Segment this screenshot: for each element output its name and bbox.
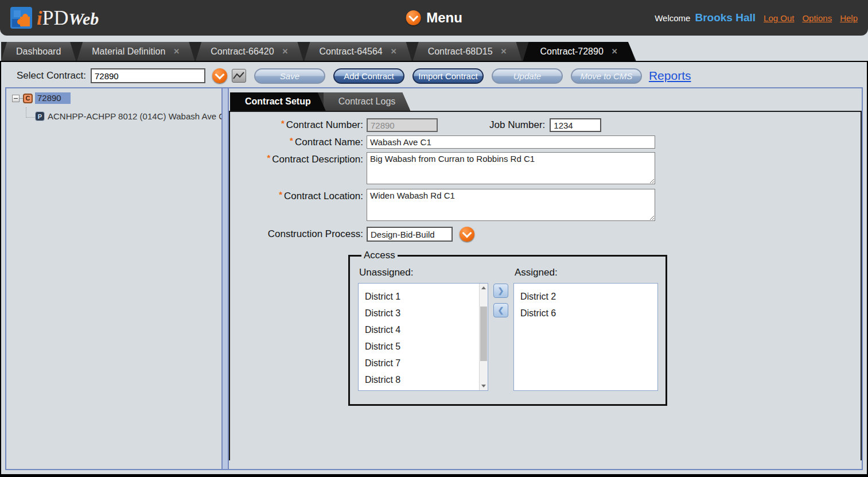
construction-process-dropdown-button[interactable] xyxy=(460,227,474,242)
contract-location-field[interactable]: Widen Wabash Rd C1 xyxy=(367,189,655,221)
access-legend: Access xyxy=(361,250,398,261)
contract-location-label: *Contract Location: xyxy=(230,189,367,202)
close-icon[interactable]: ✕ xyxy=(173,47,180,56)
unassigned-label: Unassigned: xyxy=(359,267,488,278)
move-right-button[interactable]: ❯ xyxy=(493,284,508,298)
select-contract-label: Select Contract: xyxy=(17,70,86,82)
assigned-label: Assigned: xyxy=(515,267,658,278)
tab-label: Dashboard xyxy=(16,46,61,57)
logo-part-web: Web xyxy=(68,9,99,28)
contract-name-label: *Contract Name: xyxy=(230,137,367,148)
tab-contract-logs[interactable]: Contract Logs xyxy=(324,92,411,111)
list-item[interactable]: District 3 xyxy=(359,305,488,321)
contract-node-icon: C xyxy=(23,94,33,103)
list-item[interactable]: District 7 xyxy=(359,355,488,371)
reports-link[interactable]: Reports xyxy=(649,69,691,83)
top-header: iPDWeb Menu Welcome Brooks Hall Log Out … xyxy=(0,0,868,36)
menu-button[interactable]: Menu xyxy=(406,10,462,26)
construction-process-label: Construction Process: xyxy=(230,228,367,240)
tree-node-contract[interactable]: C 72890 xyxy=(12,92,221,104)
contract-number-field xyxy=(367,118,438,132)
construction-process-row: Construction Process: xyxy=(230,227,861,242)
job-number-label: Job Number: xyxy=(489,119,545,131)
options-link[interactable]: Options xyxy=(802,13,832,23)
list-item[interactable]: District 4 xyxy=(359,321,488,338)
add-contract-button[interactable]: Add Contract xyxy=(333,68,404,84)
transfer-buttons: ❯ ❮ xyxy=(493,266,508,391)
tab-contract-64564[interactable]: Contract-64564 ✕ xyxy=(304,42,411,61)
panel-splitter[interactable] xyxy=(221,88,229,469)
assigned-column: Assigned: District 2 District 6 xyxy=(513,266,658,391)
user-name: Brooks Hall xyxy=(695,11,756,24)
update-button[interactable]: Update xyxy=(492,68,563,84)
main-container: Select Contract: Save Add Contract Impor… xyxy=(0,61,868,477)
access-fieldset: Access Unassigned: District 1 District 3… xyxy=(348,250,667,406)
required-icon: * xyxy=(267,153,270,162)
tab-label: Material Definition xyxy=(92,46,165,57)
tab-dashboard[interactable]: Dashboard xyxy=(1,42,76,61)
scroll-up-arrow-icon[interactable] xyxy=(480,284,488,292)
required-icon: * xyxy=(279,189,282,199)
list-item[interactable]: District 2 xyxy=(514,288,657,305)
close-icon[interactable]: ✕ xyxy=(282,47,289,56)
welcome-label: Welcome xyxy=(655,13,690,23)
save-button[interactable]: Save xyxy=(254,68,325,84)
required-icon: * xyxy=(290,135,293,145)
construction-process-field[interactable] xyxy=(367,227,453,242)
app-logo: iPDWeb xyxy=(10,6,99,30)
tree-node-label[interactable]: ACNHPP-ACHPP 8012 (014C) Wabash Ave C2 xyxy=(48,111,229,121)
puzzle-logo-icon xyxy=(10,7,32,29)
contract-number-label: *Contract Number: xyxy=(230,119,367,131)
user-area: Welcome Brooks Hall Log Out Options Help xyxy=(655,11,858,24)
main-tab-strip-inner: Dashboard Material Definition ✕ Contract… xyxy=(1,42,636,61)
assigned-listbox[interactable]: District 2 District 6 xyxy=(513,283,658,391)
tree-node-project[interactable]: P ACNHPP-ACHPP 8012 (014C) Wabash Ave C2 xyxy=(26,111,221,121)
list-item[interactable]: District 1 xyxy=(359,288,488,305)
list-item[interactable]: District 6 xyxy=(514,305,657,321)
close-icon[interactable]: ✕ xyxy=(501,47,507,56)
logo-part-pd: PD xyxy=(42,6,68,29)
contract-tree-panel: C 72890 P ACNHPP-ACHPP 8012 (014C) Wabas… xyxy=(6,88,221,469)
contract-setup-form: *Contract Number: Job Number: *Contract … xyxy=(229,111,862,460)
log-out-link[interactable]: Log Out xyxy=(764,13,794,23)
tab-label: Contract-72890 xyxy=(540,46,604,57)
access-columns: Unassigned: District 1 District 3 Distri… xyxy=(358,266,665,391)
tree-node-label[interactable]: 72890 xyxy=(35,92,71,104)
tab-contract-setup[interactable]: Contract Setup xyxy=(230,92,326,111)
unassigned-column: Unassigned: District 1 District 3 Distri… xyxy=(358,266,488,391)
job-number-field[interactable] xyxy=(550,118,601,132)
menu-label: Menu xyxy=(426,10,462,26)
contract-location-row: *Contract Location: Widen Wabash Rd C1 xyxy=(230,189,861,221)
chart-icon[interactable] xyxy=(232,69,246,83)
close-icon[interactable]: ✕ xyxy=(612,47,618,56)
select-contract-input[interactable] xyxy=(91,68,205,83)
unassigned-listbox[interactable]: District 1 District 3 District 4 Distric… xyxy=(358,283,488,391)
close-icon[interactable]: ✕ xyxy=(391,47,397,56)
content-box: C 72890 P ACNHPP-ACHPP 8012 (014C) Wabas… xyxy=(5,87,863,470)
page: { "header": { "logo": { "part_i": "i", "… xyxy=(0,0,868,477)
help-link[interactable]: Help xyxy=(840,13,858,23)
tab-contract-66420[interactable]: Contract-66420 ✕ xyxy=(196,42,303,61)
move-to-cms-button[interactable]: Move to CMS xyxy=(571,68,642,84)
import-contract-button[interactable]: Import Contract xyxy=(412,68,484,84)
contract-description-field[interactable]: Big Wabash from Curran to Robbins Rd C1 xyxy=(367,152,655,184)
list-item[interactable]: District 8 xyxy=(359,371,488,388)
contract-number-row: *Contract Number: Job Number: xyxy=(230,118,861,132)
tab-contract-72890[interactable]: Contract-72890 ✕ xyxy=(523,42,635,61)
list-item[interactable]: District 5 xyxy=(359,338,488,355)
contract-name-field[interactable] xyxy=(367,135,655,149)
scrollbar[interactable] xyxy=(479,284,488,390)
app-title: iPDWeb xyxy=(37,6,99,30)
scroll-down-arrow-icon[interactable] xyxy=(480,382,488,390)
toolbar: Select Contract: Save Add Contract Impor… xyxy=(5,64,863,87)
required-icon: * xyxy=(281,118,285,128)
load-contract-button[interactable] xyxy=(212,68,227,83)
contract-description-row: *Contract Description: Big Wabash from C… xyxy=(230,152,861,184)
tab-contract-68d15[interactable]: Contract-68D15 ✕ xyxy=(413,42,522,61)
scrollbar-thumb[interactable] xyxy=(480,307,487,361)
form-tab-strip: Contract Setup Contract Logs xyxy=(230,92,410,111)
contract-description-label: *Contract Description: xyxy=(230,152,367,165)
tab-material-definition[interactable]: Material Definition ✕ xyxy=(77,42,194,61)
move-left-button[interactable]: ❮ xyxy=(493,303,508,317)
collapse-toggle-icon[interactable] xyxy=(12,95,20,102)
